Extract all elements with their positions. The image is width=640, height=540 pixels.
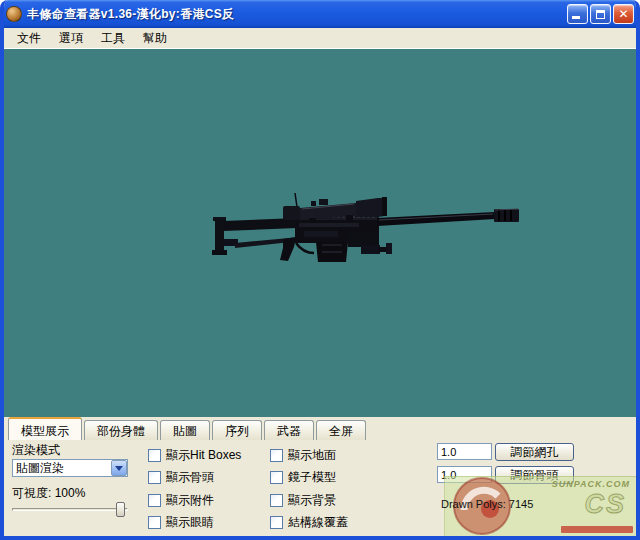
checkbox-row-mirror: 鏡子模型 [270,469,336,486]
tab-fullscreen[interactable]: 全屏 [316,420,366,440]
checkbox-row-eyes: 顯示眼睛 [148,514,214,531]
tab-weapon[interactable]: 武器 [264,420,314,440]
mesh-scale-input[interactable] [437,443,492,460]
checkbox-label: 顯示骨頭 [166,469,214,486]
opacity-slider[interactable] [12,502,128,518]
checkbox-label: 顯示背景 [288,492,336,509]
window-title: 丰條命查看器v1.36-漢化by:香港CS反 [27,6,567,23]
checkbox-attachments[interactable] [148,494,161,507]
bone-scale-input[interactable] [437,466,492,483]
tab-body-parts[interactable]: 部份身體 [84,420,158,440]
control-panel: 渲染模式 貼圖渲染 可視度: 100% 顯示Hit Boxes 顯示骨頭 顯示附… [4,440,636,536]
close-icon: ✕ [618,8,628,20]
close-button[interactable]: ✕ [613,4,634,24]
checkbox-label: 顯示附件 [166,492,214,509]
slider-thumb[interactable] [116,502,125,517]
drawn-polys-status: Drawn Polys: 7145 [441,498,533,510]
menu-tools[interactable]: 工具 [92,28,134,49]
checkbox-ground[interactable] [270,449,283,462]
model-viewport[interactable] [4,49,636,417]
tab-bar: 模型展示 部份身體 貼圖 序列 武器 全屏 [4,417,636,440]
adjust-mesh-button[interactable]: 調節網孔 [495,443,574,461]
tab-texture[interactable]: 貼圖 [160,420,210,440]
chevron-down-icon[interactable] [111,460,127,476]
checkbox-bones[interactable] [148,471,161,484]
render-mode-value: 貼圖渲染 [13,460,111,477]
checkbox-row-background: 顯示背景 [270,492,336,509]
checkbox-hitboxes[interactable] [148,449,161,462]
app-window: 丰條命查看器v1.36-漢化by:香港CS反 ✕ 文件 選項 工具 幫助 [0,0,640,540]
title-bar[interactable]: 丰條命查看器v1.36-漢化by:香港CS反 ✕ [0,0,640,28]
menu-options[interactable]: 選項 [50,28,92,49]
render-mode-select[interactable]: 貼圖渲染 [12,459,128,477]
rifle-model [4,49,636,417]
minimize-button[interactable] [567,4,588,24]
checkbox-row-bones: 顯示骨頭 [148,469,214,486]
checkbox-row-wireframe-overlay: 結構線覆蓋 [270,514,348,531]
watermark-red-strip [561,526,633,533]
checkbox-background[interactable] [270,494,283,507]
watermark-logo-text: CS [584,489,626,520]
checkbox-label: 顯示Hit Boxes [166,447,241,464]
minimize-icon [572,16,580,19]
tab-sequence[interactable]: 序列 [212,420,262,440]
menu-bar: 文件 選項 工具 幫助 [4,28,636,49]
checkbox-wireframe-overlay[interactable] [270,516,283,529]
checkbox-row-attachments: 顯示附件 [148,492,214,509]
menu-help[interactable]: 幫助 [134,28,176,49]
checkbox-eyes[interactable] [148,516,161,529]
checkbox-label: 結構線覆蓋 [288,514,348,531]
window-controls: ✕ [567,4,634,24]
checkbox-mirror[interactable] [270,471,283,484]
tab-model-display[interactable]: 模型展示 [8,417,82,440]
render-mode-label: 渲染模式 [12,442,60,459]
maximize-button[interactable] [590,4,611,24]
checkbox-row-ground: 顯示地面 [270,447,336,464]
checkbox-label: 鏡子模型 [288,469,336,486]
app-icon [6,6,22,22]
checkbox-label: 顯示地面 [288,447,336,464]
menu-file[interactable]: 文件 [8,28,50,49]
maximize-icon [596,10,605,19]
opacity-label: 可視度: 100% [12,485,85,502]
slider-track[interactable] [12,508,128,511]
checkbox-label: 顯示眼睛 [166,514,214,531]
checkbox-row-hitboxes: 顯示Hit Boxes [148,447,241,464]
adjust-bones-button[interactable]: 調節骨頭 [495,466,574,484]
